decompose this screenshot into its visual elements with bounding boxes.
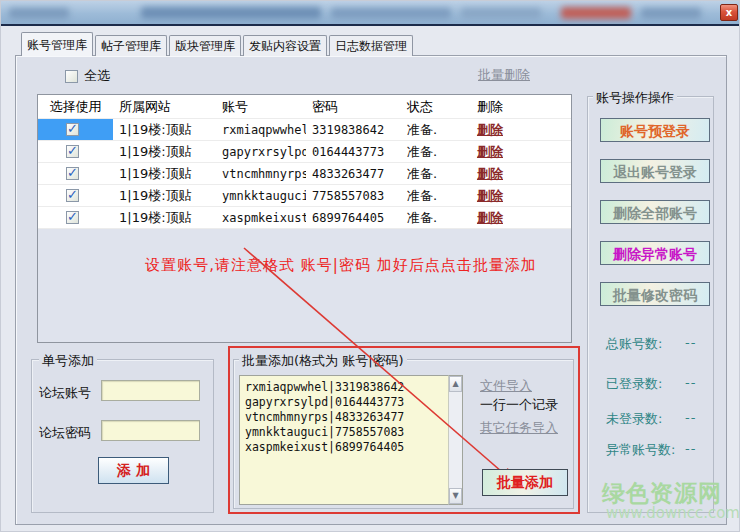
row-delete-link[interactable]: 删除 bbox=[477, 209, 503, 227]
row-site: 1|19楼:顶贴 bbox=[113, 141, 216, 162]
row-site: 1|19楼:顶贴 bbox=[113, 163, 216, 184]
watermark-url: www.downcc.com bbox=[606, 504, 740, 522]
checkbox-checked-icon[interactable] bbox=[66, 211, 79, 224]
checkbox-checked-icon[interactable] bbox=[66, 123, 79, 136]
row-status: 准备. bbox=[401, 119, 471, 140]
row-status: 准备. bbox=[401, 185, 471, 206]
tab-account-library[interactable]: 账号管理库 bbox=[21, 32, 93, 56]
row-site: 1|19楼:顶贴 bbox=[113, 119, 216, 140]
pre-login-button[interactable]: 账号预登录 bbox=[600, 118, 710, 142]
col-header-select: 选择使用 bbox=[38, 95, 113, 118]
table-row[interactable]: 1|19楼:顶贴 gapyrxrsylpd 0164443773 准备. 删除 bbox=[38, 141, 571, 163]
operations-title: 账号操作操作 bbox=[593, 89, 677, 107]
row-account: vtncmhmnyrps bbox=[216, 163, 306, 184]
blurred-title-text bbox=[331, 8, 451, 19]
close-button[interactable]: x bbox=[720, 4, 738, 21]
checkbox-checked-icon[interactable] bbox=[66, 167, 79, 180]
row-password: 7758557083 bbox=[306, 185, 401, 206]
row-account: ymnkktauguci bbox=[216, 185, 306, 206]
blurred-title-text bbox=[9, 8, 69, 19]
table-header-row: 选择使用 所属网站 账号 密码 状态 删除 bbox=[38, 95, 571, 119]
other-task-import-link[interactable]: 其它任务导入 bbox=[480, 419, 558, 437]
titlebar-divider bbox=[1, 24, 740, 26]
checkbox-checked-icon[interactable] bbox=[66, 145, 79, 158]
table-row[interactable]: 1|19楼:顶贴 rxmiaqpwwhel 3319838642 准备. 删除 bbox=[38, 119, 571, 141]
row-account: gapyrxrsylpd bbox=[216, 141, 306, 162]
checkbox-checked-icon[interactable] bbox=[66, 189, 79, 202]
tab-board-library[interactable]: 版块管理库 bbox=[169, 35, 241, 56]
blurred-title-text bbox=[461, 8, 541, 19]
row-password: 6899764405 bbox=[306, 207, 401, 228]
app-window: x 账号管理库 帖子管理库 版块管理库 发贴内容设置 日志数据管理 全选 批量删… bbox=[0, 0, 740, 532]
table-row[interactable]: 1|19楼:顶贴 vtncmhmnyrps 4833263477 准备. 删除 bbox=[38, 163, 571, 185]
col-header-delete: 删除 bbox=[471, 95, 571, 118]
total-accounts-label: 总账号数: bbox=[606, 335, 662, 353]
abnormal-accounts-value: -- bbox=[685, 441, 696, 456]
forum-account-label: 论坛账号 bbox=[39, 384, 91, 402]
col-header-status: 状态 bbox=[401, 95, 471, 118]
table-row[interactable]: 1|19楼:顶贴 ymnkktauguci 7758557083 准备. 删除 bbox=[38, 185, 571, 207]
row-delete-link[interactable]: 删除 bbox=[477, 187, 503, 205]
row-select-cell[interactable] bbox=[38, 119, 113, 140]
delete-abnormal-accounts-button[interactable]: 删除异常账号 bbox=[600, 241, 710, 265]
delete-all-accounts-button[interactable]: 删除全部账号 bbox=[600, 200, 710, 224]
row-status: 准备. bbox=[401, 163, 471, 184]
select-all-label: 全选 bbox=[84, 67, 110, 85]
tab-post-library[interactable]: 帖子管理库 bbox=[95, 35, 167, 56]
file-import-link[interactable]: 文件导入 bbox=[480, 377, 532, 395]
not-logged-in-label: 未登录数: bbox=[606, 410, 662, 428]
single-add-title: 单号添加 bbox=[39, 352, 97, 370]
row-select-cell[interactable] bbox=[38, 163, 113, 184]
textarea-scrollbar[interactable]: ▲ ▼ bbox=[448, 375, 463, 505]
row-select-cell[interactable] bbox=[38, 141, 113, 162]
row-delete-link[interactable]: 删除 bbox=[477, 165, 503, 183]
forum-account-input[interactable] bbox=[101, 380, 200, 401]
scroll-down-icon[interactable]: ▼ bbox=[449, 488, 462, 504]
table-row[interactable]: 1|19楼:顶贴 xaspmkeixust 6899764405 准备. 删除 bbox=[38, 207, 571, 229]
forum-password-input[interactable] bbox=[101, 420, 200, 441]
row-password: 4833263477 bbox=[306, 163, 401, 184]
format-instruction-note: 设置账号,请注意格式 账号|密码 加好后点点击批量添加 bbox=[101, 256, 581, 275]
select-all-checkbox[interactable]: 全选 bbox=[65, 67, 110, 85]
logged-in-value: -- bbox=[685, 375, 696, 390]
tab-post-content-settings[interactable]: 发贴内容设置 bbox=[243, 35, 327, 56]
logged-in-label: 已登录数: bbox=[606, 375, 662, 393]
checkbox-icon[interactable] bbox=[65, 70, 78, 83]
blurred-title-text bbox=[141, 7, 321, 19]
row-delete-link[interactable]: 删除 bbox=[477, 121, 503, 139]
one-record-per-line-hint: 一行一个记录 bbox=[480, 396, 558, 414]
logout-accounts-button[interactable]: 退出账号登录 bbox=[600, 159, 710, 183]
row-select-cell[interactable] bbox=[38, 185, 113, 206]
add-button[interactable]: 添 加 bbox=[98, 457, 169, 484]
row-password: 3319838642 bbox=[306, 119, 401, 140]
row-site: 1|19楼:顶贴 bbox=[113, 207, 216, 228]
batch-add-title: 批量添加(格式为 账号|密码) bbox=[239, 352, 407, 370]
col-header-site: 所属网站 bbox=[113, 95, 216, 118]
row-account: rxmiaqpwwhel bbox=[216, 119, 306, 140]
batch-delete-link[interactable]: 批量删除 bbox=[478, 66, 530, 84]
row-select-cell[interactable] bbox=[38, 207, 113, 228]
account-table: 选择使用 所属网站 账号 密码 状态 删除 1|19楼:顶贴 rxmiaqpww… bbox=[37, 94, 572, 343]
not-logged-in-value: -- bbox=[685, 410, 696, 425]
col-header-password: 密码 bbox=[306, 95, 401, 118]
forum-password-label: 论坛密码 bbox=[39, 424, 91, 442]
row-delete-link[interactable]: 删除 bbox=[477, 143, 503, 161]
row-password: 0164443773 bbox=[306, 141, 401, 162]
batch-change-password-button[interactable]: 批量修改密码 bbox=[600, 282, 710, 306]
batch-add-button[interactable]: 批量添加 bbox=[482, 469, 568, 496]
total-accounts-value: -- bbox=[685, 335, 696, 350]
row-status: 准备. bbox=[401, 207, 471, 228]
tab-log-data[interactable]: 日志数据管理 bbox=[329, 35, 413, 56]
tab-bar: 账号管理库 帖子管理库 版块管理库 发贴内容设置 日志数据管理 bbox=[21, 32, 415, 56]
abnormal-accounts-label: 异常账号数: bbox=[606, 441, 675, 459]
row-account: xaspmkeixust bbox=[216, 207, 306, 228]
row-site: 1|19楼:顶贴 bbox=[113, 185, 216, 206]
blurred-title-text bbox=[641, 8, 701, 19]
title-bar[interactable] bbox=[1, 1, 740, 24]
blurred-title-text bbox=[561, 7, 631, 19]
col-header-account: 账号 bbox=[216, 95, 306, 118]
batch-accounts-textarea[interactable]: rxmiaqpwwhel|3319838642 gapyrxrsylpd|016… bbox=[239, 375, 448, 505]
row-status: 准备. bbox=[401, 141, 471, 162]
scroll-up-icon[interactable]: ▲ bbox=[449, 376, 462, 392]
